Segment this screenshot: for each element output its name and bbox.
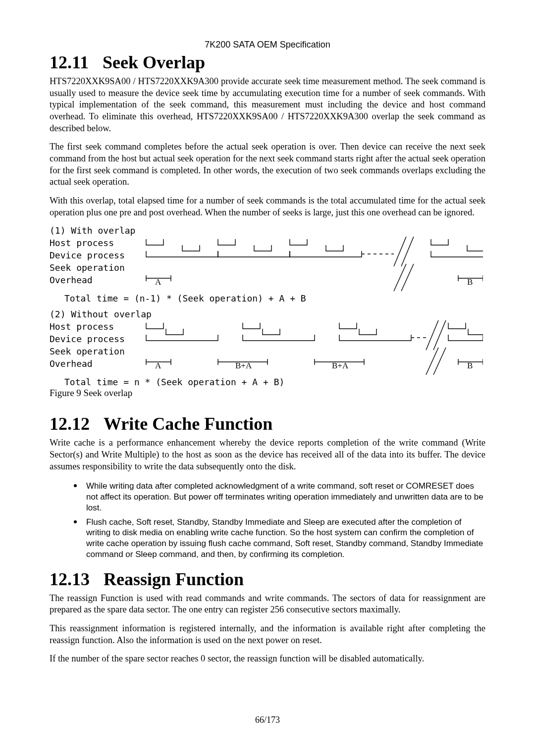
section-12-12-heading: 12.12Write Cache Function (50, 413, 485, 434)
overhead-a-label: A (155, 361, 161, 370)
bullet-list: While writing data after completed ackno… (50, 479, 485, 559)
section-12-11-heading: 12.11Seek Overlap (50, 52, 485, 73)
svg-line-6 (426, 348, 438, 375)
figure-subtitle-2: (2) Without overlap (50, 309, 485, 320)
overhead-a-label: A (155, 277, 161, 287)
svg-line-3 (401, 264, 414, 291)
bullet-item: While writing data after completed ackno… (83, 479, 485, 513)
svg-line-7 (433, 348, 446, 375)
fig-row-label: Device process (50, 333, 136, 345)
svg-line-4 (426, 320, 438, 350)
svg-line-2 (394, 264, 406, 291)
svg-line-0 (394, 237, 406, 266)
fig-row-label: Seek operation (50, 345, 136, 357)
section-title-text: Seek Overlap (103, 52, 205, 72)
figure-seek-overlap: (1) With overlap Host process Device pro… (50, 225, 485, 399)
bullet-item: Flush cache, Soft reset, Standby, Standb… (83, 515, 485, 560)
overhead-b-label: B (467, 277, 473, 287)
paragraph: If the number of the spare sector reache… (50, 653, 485, 665)
section-title-text: Write Cache Function (104, 414, 272, 434)
section-12-13-heading: 12.13Reassign Function (50, 569, 485, 590)
fig-row-label: Overhead (50, 357, 136, 370)
paragraph: HTS7220XXK9SA00 / HTS7220XXK9A300 provid… (50, 76, 485, 134)
overhead-b-label: B (467, 361, 473, 370)
timing-diagram-with-overlap: A B (136, 237, 483, 291)
svg-line-1 (401, 237, 414, 266)
timing-diagram-without-overlap: A B+A B+A B (136, 320, 483, 375)
fig-row-label: Seek operation (50, 261, 136, 274)
section-number: 12.12 (50, 413, 90, 434)
overhead-ba-label: B+A (235, 361, 252, 370)
fig-row-label: Host process (50, 320, 136, 333)
figure-formula-1: Total time = (n-1) * (Seek operation) + … (64, 293, 485, 304)
section-title-text: Reassign Function (104, 569, 244, 589)
fig-row-label: Device process (50, 249, 136, 261)
overhead-ba-label: B+A (332, 361, 349, 370)
section-number: 12.13 (50, 569, 90, 590)
doc-header: 7K200 SATA OEM Specification (50, 40, 485, 50)
figure-caption: Figure 9 Seek overlap (50, 388, 485, 399)
paragraph: Write cache is a performance enhancement… (50, 437, 485, 472)
fig-row-label: Host process (50, 237, 136, 249)
paragraph: The first seek command completes before … (50, 141, 485, 188)
paragraph: The reassign Function is used with read … (50, 593, 485, 616)
fig-row-label: Overhead (50, 274, 136, 286)
section-number: 12.11 (50, 52, 89, 73)
page-number: 66/173 (0, 715, 535, 725)
figure-formula-2: Total time = n * (Seek operation + A + B… (64, 377, 485, 388)
figure-subtitle-1: (1) With overlap (50, 225, 485, 237)
paragraph: With this overlap, total elapsed time fo… (50, 195, 485, 218)
svg-line-5 (433, 320, 446, 350)
paragraph: This reassignment information is registe… (50, 623, 485, 646)
